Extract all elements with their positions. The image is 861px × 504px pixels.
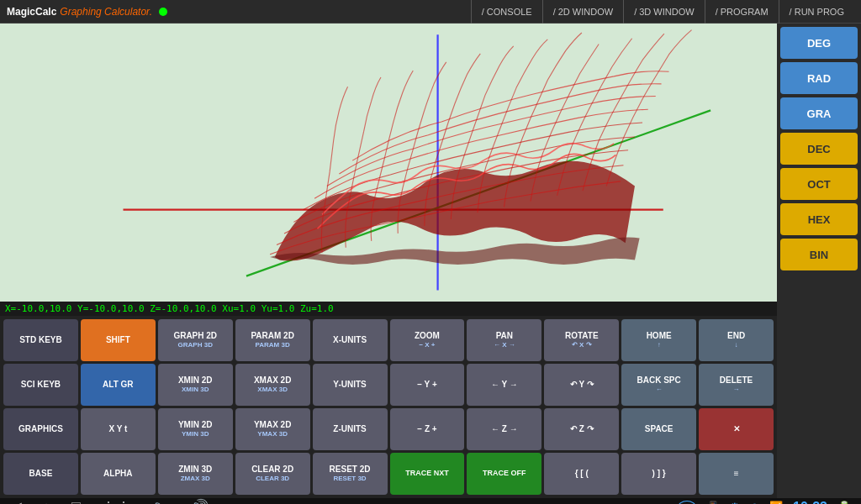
calc-btn-rotate[interactable]: ROTATE↶ X ↷ [544, 319, 619, 361]
button-grid: STD KEYBSHIFTGRAPH 2DGRAPH 3DPARAM 2DPAR… [3, 319, 774, 495]
main-area: X=-10.0,10.0 Y=-10.0,10.0 Z=-10.0,10.0 X… [0, 24, 861, 498]
calc-btn-x-units[interactable]: X-UNITS [313, 319, 388, 361]
android-status-icons: 39 📱 ⚙ ⊕ 📶 10:23 🔋 [678, 500, 851, 504]
calc-btn---[interactable]: { [ ( [544, 453, 619, 495]
calc-btn--y-[interactable]: − Y + [390, 364, 465, 406]
tab-program[interactable]: / PROGRAM [705, 0, 779, 24]
calc-btn-y-units[interactable]: Y-UNITS [313, 364, 388, 406]
sim-icon: 📱 [706, 501, 720, 504]
calc-btn-trace-nxt[interactable]: TRACE NXT [390, 453, 465, 495]
calc-btn-param-2d[interactable]: PARAM 2DPARAM 3D [235, 319, 310, 361]
calc-btn-pan[interactable]: PAN← X → [467, 319, 541, 361]
calc-btn-z-units[interactable]: Z-UNITS [313, 408, 388, 450]
tab-3d-window[interactable]: / 3D WINDOW [623, 0, 705, 24]
calc-btn--y-[interactable]: ↶ Y ↷ [544, 364, 619, 406]
calc-btn-reset-2d[interactable]: RESET 2DRESET 3D [313, 453, 388, 495]
right-panel: DEGRADGRADECOCTHEXBIN [777, 24, 861, 498]
calc-btn-alpha[interactable]: ALPHA [81, 453, 156, 495]
clock-display: 10:23 [793, 500, 827, 504]
calc-btn-x-y-t[interactable]: X Y t [81, 408, 156, 450]
back-icon[interactable]: ◁ [10, 498, 22, 504]
calc-btn--z-[interactable]: ← Z → [467, 408, 541, 450]
mode-btn-bin[interactable]: BIN [780, 239, 858, 270]
app-subtitle: Graphing Calculator. [60, 6, 152, 18]
calc-btn-alt-gr[interactable]: ALT GR [81, 364, 156, 406]
nav-tabs: / CONSOLE / 2D WINDOW / 3D WINDOW / PROG… [471, 0, 854, 24]
mode-btn-rad[interactable]: RAD [780, 62, 858, 94]
calc-btn-clear-2d[interactable]: CLEAR 2DCLEAR 3D [235, 453, 310, 495]
circle-badge: 39 [678, 501, 696, 504]
volume-up-icon[interactable]: 🔊 [190, 498, 209, 504]
calc-btn-std-keyb[interactable]: STD KEYB [3, 319, 78, 361]
calc-btn--y-[interactable]: ← Y → [467, 364, 541, 406]
android-bar: ◁ ○ □ ⋮⋮ 🔈 🔊 39 📱 ⚙ ⊕ 📶 10:23 🔋 [0, 498, 861, 504]
menu-icon[interactable]: ⋮⋮ [101, 498, 131, 504]
calc-btn-home[interactable]: HOME↑ [621, 319, 696, 361]
battery-icon: 🔋 [837, 501, 851, 504]
location-icon: ⊕ [750, 501, 759, 504]
wifi-icon: 📶 [769, 501, 783, 504]
calc-area: STD KEYBSHIFTGRAPH 2DGRAPH 3DPARAM 2DPAR… [0, 316, 777, 498]
calc-btn-[interactable]: ≡ [699, 453, 774, 495]
mode-btn-gra[interactable]: GRA [780, 97, 858, 129]
calc-btn-zmin-3d[interactable]: ZMIN 3DZMAX 3D [158, 453, 233, 495]
mode-btn-hex[interactable]: HEX [780, 203, 858, 235]
clock-icon: ⚙ [730, 501, 740, 504]
recents-icon[interactable]: □ [71, 498, 81, 504]
volume-down-icon[interactable]: 🔈 [151, 498, 170, 504]
calc-btn-space[interactable]: SPACE [621, 408, 696, 450]
home-icon[interactable]: ○ [42, 498, 51, 504]
calc-btn---[interactable]: ) ] } [621, 453, 696, 495]
calc-btn-xmin-2d[interactable]: XMIN 2DXMIN 3D [158, 364, 233, 406]
calc-btn--z-[interactable]: − Z + [390, 408, 465, 450]
calc-btn-base[interactable]: BASE [3, 453, 78, 495]
calc-btn-graphics[interactable]: GRAPHICS [3, 408, 78, 450]
android-nav: ◁ ○ □ ⋮⋮ 🔈 🔊 [10, 498, 209, 504]
calc-btn-[interactable]: ✕ [699, 408, 774, 450]
calc-btn--z-[interactable]: ↶ Z ↷ [544, 408, 619, 450]
tab-2d-window[interactable]: / 2D WINDOW [542, 0, 624, 24]
app-name: MagicCalc [7, 6, 56, 18]
graph-section: X=-10.0,10.0 Y=-10.0,10.0 Z=-10.0,10.0 X… [0, 24, 777, 498]
mode-btn-dec[interactable]: DEC [780, 133, 858, 165]
calc-btn-back-spc[interactable]: BACK SPC← [621, 364, 696, 406]
tab-run-prog[interactable]: / RUN PROG [779, 0, 854, 24]
graph-canvas[interactable] [0, 24, 777, 302]
calc-btn-ymin-2d[interactable]: YMIN 2DYMIN 3D [158, 408, 233, 450]
mode-btn-deg[interactable]: DEG [780, 27, 858, 59]
calc-btn-sci-keyb[interactable]: SCI KEYB [3, 364, 78, 406]
graph-info-bar: X=-10.0,10.0 Y=-10.0,10.0 Z=-10.0,10.0 X… [0, 302, 777, 316]
calc-btn-trace-off[interactable]: TRACE OFF [467, 453, 541, 495]
calc-btn-graph-2d[interactable]: GRAPH 2DGRAPH 3D [158, 319, 233, 361]
title-bar: MagicCalc Graphing Calculator. / CONSOLE… [0, 0, 861, 24]
mode-btn-oct[interactable]: OCT [780, 168, 858, 200]
calc-btn-end[interactable]: END↓ [699, 319, 774, 361]
calc-btn-zoom[interactable]: ZOOM− X + [390, 319, 465, 361]
tab-console[interactable]: / CONSOLE [471, 0, 542, 24]
calc-btn-ymax-2d[interactable]: YMAX 2DYMAX 3D [235, 408, 310, 450]
calc-btn-shift[interactable]: SHIFT [81, 319, 156, 361]
calc-btn-xmax-2d[interactable]: XMAX 2DXMAX 3D [235, 364, 310, 406]
calc-btn-delete[interactable]: DELETE→ [699, 364, 774, 406]
status-led [159, 8, 167, 16]
